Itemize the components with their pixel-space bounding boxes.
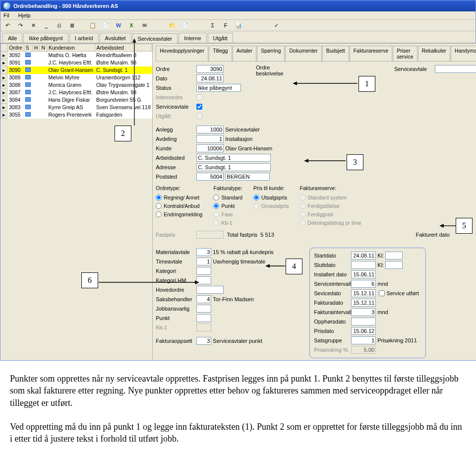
input-installert[interactable] <box>351 270 376 278</box>
grid-header[interactable]: Arbeidssted <box>95 44 152 52</box>
tb-print-icon[interactable]: ⎙ <box>55 21 63 29</box>
input-avdeling[interactable] <box>196 135 224 143</box>
tb-sigma-icon[interactable]: Σ <box>209 21 217 29</box>
input-jobbansvarlig[interactable] <box>196 305 211 313</box>
tab-i-arbeid[interactable]: I arbeid <box>69 33 99 43</box>
grid-header[interactable]: Kundenavn <box>47 44 95 52</box>
arrow-1 <box>291 77 360 87</box>
lbl-poststed: Poststed <box>156 174 196 180</box>
tb-undo-icon[interactable]: ↶ <box>3 21 11 29</box>
tb-list-icon[interactable]: ≣ <box>68 21 76 29</box>
grid-header[interactable]: S <box>24 44 32 52</box>
tb-doc-icon[interactable]: ⎯ <box>42 21 50 29</box>
input-kl2[interactable] <box>385 261 403 269</box>
detail-tab[interactable]: Fakturareserve <box>350 46 393 61</box>
tb-mail-icon[interactable]: ✉ <box>140 21 148 29</box>
detail-tab[interactable]: Budsjett <box>322 46 349 61</box>
input-prisdato[interactable] <box>351 327 376 335</box>
dates-box: Startdato Kl: Sluttdato Kl: Installert d… <box>309 248 426 358</box>
input-dato[interactable] <box>196 74 224 82</box>
input-poststed-nr[interactable] <box>196 173 224 181</box>
tab-interne[interactable]: Interne <box>178 33 206 43</box>
detail-tab[interactable]: Spørring <box>257 46 285 61</box>
grid-header[interactable]: N <box>40 44 47 52</box>
title-bar: Ordrebehandling - 000 Håndverkeren AS <box>0 0 476 11</box>
book-icon <box>25 105 31 109</box>
tb-f-icon[interactable]: F <box>222 21 230 29</box>
radio-kontrakt[interactable] <box>156 203 162 209</box>
tab-alle[interactable]: Alle <box>2 33 22 43</box>
input-ordre[interactable] <box>196 65 224 73</box>
tab-ikke-pabegynt[interactable]: Ikke påbegynt <box>23 33 68 43</box>
txt-mnd1: mnd <box>377 281 388 287</box>
detail-tab[interactable]: Tillegg <box>209 46 232 61</box>
radio-utsalgspris[interactable] <box>253 195 259 200</box>
input-timeavtale[interactable] <box>196 258 211 265</box>
txt-saksbehandler: Tor-Finn Madsen <box>213 296 254 302</box>
tb-close-icon[interactable]: ✕ <box>29 21 37 29</box>
grid-header[interactable]: H <box>32 44 40 52</box>
tab-avsluttet[interactable]: Avsluttet <box>100 33 131 43</box>
input-saksbehandler[interactable] <box>196 295 211 303</box>
tb-word-icon[interactable]: W <box>115 21 122 29</box>
tb-redo-icon[interactable]: ↷ <box>16 21 24 29</box>
txt-mnd2: mnd <box>377 309 388 315</box>
menu-file[interactable]: Fil <box>3 12 9 18</box>
tb-excel-icon[interactable]: X <box>127 21 135 29</box>
detail-tab[interactable]: Rekalkuler <box>418 46 451 61</box>
menu-help[interactable]: Hjelp <box>18 12 31 18</box>
lbl-saksbehandler: Saksbehandler <box>156 296 196 302</box>
hdr-fakturareserve: Fakturareserve: <box>300 185 361 191</box>
lbl-ordre: Ordre <box>156 66 196 72</box>
input-punkt[interactable] <box>196 314 211 322</box>
detail-tab[interactable]: Priser service <box>393 46 417 61</box>
detail-tab[interactable]: Dokumenter <box>285 46 321 61</box>
tab-utgatt[interactable]: Utgått <box>208 33 233 43</box>
input-kb1 <box>196 324 211 331</box>
radio-regning[interactable] <box>156 195 162 200</box>
lbl-fakturaintervall: Fakturaintervall <box>314 309 351 315</box>
input-poststed-txt[interactable] <box>225 173 270 181</box>
radio-endring[interactable] <box>156 211 162 217</box>
input-kategori[interactable] <box>196 267 211 275</box>
input-fakturadato[interactable] <box>351 299 376 307</box>
input-fakturaoppsett[interactable] <box>196 337 211 345</box>
radio-punkt[interactable] <box>213 203 219 209</box>
input-anlegg[interactable] <box>196 126 224 133</box>
radio-kb1 <box>213 220 219 226</box>
grid-header[interactable] <box>1 44 7 52</box>
lbl-utgatt: Utgått: <box>156 113 196 119</box>
tb-page-icon[interactable]: 📄 <box>102 21 110 29</box>
detail-tab[interactable]: Avtaler <box>233 46 257 61</box>
tb-check-icon[interactable]: ✓ <box>272 21 280 29</box>
input-kl1[interactable] <box>385 252 403 260</box>
input-materialavtale[interactable] <box>196 248 211 256</box>
lbl-prisdato: Prisdato <box>314 328 351 334</box>
input-adresse[interactable] <box>196 163 271 171</box>
book-icon <box>25 67 31 72</box>
grid-header[interactable]: Ordre <box>7 44 24 52</box>
chk-serviceavtale[interactable] <box>196 104 202 110</box>
input-opphorsdato[interactable] <box>351 318 376 326</box>
tb-copy-icon[interactable]: 📋 <box>89 21 97 29</box>
lbl-kb1: Kb-1 <box>156 325 196 330</box>
input-serviceavtale-field[interactable] <box>435 65 476 73</box>
tb-page2-icon[interactable]: 📄 <box>181 21 189 29</box>
input-kunde[interactable] <box>196 144 224 152</box>
chk-service-utfort[interactable] <box>379 290 385 296</box>
detail-tab[interactable]: Handyman <box>451 46 476 61</box>
input-serviceintervall[interactable] <box>351 280 376 288</box>
input-fakturaintervall[interactable] <box>351 308 376 316</box>
input-satsgruppe[interactable] <box>351 336 376 344</box>
input-sevicedato[interactable] <box>351 289 376 297</box>
input-arbeidssted[interactable] <box>196 154 271 162</box>
detail-tab[interactable]: Hovedopplysninger <box>156 46 208 61</box>
arrow-5 <box>438 223 457 229</box>
lbl-kl2: Kl: <box>377 262 384 268</box>
tb-folder-icon[interactable]: 📁 <box>168 21 176 29</box>
input-status[interactable] <box>196 84 241 92</box>
tb-chart-icon[interactable]: 📊 <box>235 21 242 29</box>
input-startdato[interactable] <box>351 252 376 260</box>
input-sluttdato[interactable] <box>351 261 376 269</box>
radio-standard[interactable] <box>213 195 219 200</box>
